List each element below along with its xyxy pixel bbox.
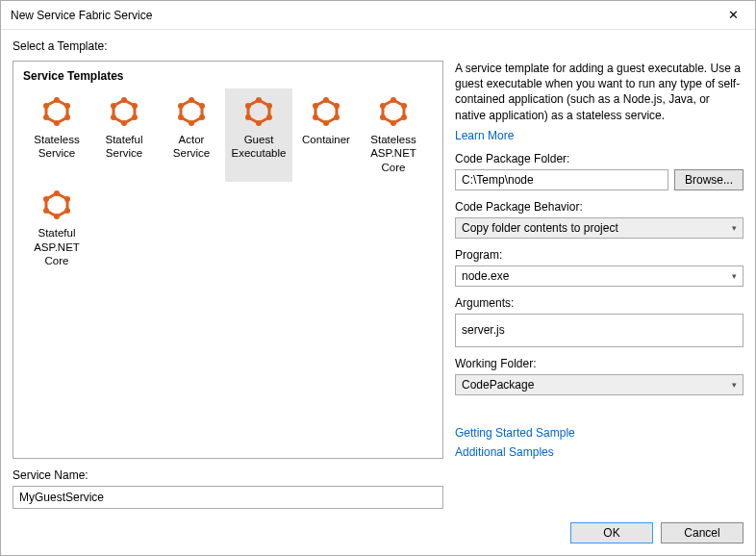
- svg-point-34: [313, 103, 318, 109]
- service-fabric-icon: [92, 94, 156, 129]
- template-label: Stateless Service: [25, 133, 88, 161]
- svg-point-9: [132, 103, 138, 109]
- code-package-folder-row: Browse...: [455, 169, 743, 190]
- service-fabric-icon: [227, 94, 290, 129]
- svg-point-25: [256, 120, 262, 126]
- svg-point-1: [54, 97, 60, 103]
- template-description: A service template for adding a guest ex…: [455, 61, 743, 123]
- learn-more-link[interactable]: Learn More: [455, 129, 743, 142]
- svg-point-6: [43, 103, 49, 109]
- code-package-folder-label: Code Package Folder:: [455, 152, 743, 165]
- footer: OK Cancel: [13, 509, 743, 543]
- program-label: Program:: [455, 248, 743, 262]
- template-grid: Stateless ServiceStateful ServiceActor S…: [23, 88, 433, 275]
- svg-point-10: [132, 114, 138, 120]
- svg-point-37: [401, 103, 407, 109]
- svg-point-48: [43, 196, 49, 202]
- svg-point-40: [380, 114, 386, 120]
- svg-point-24: [266, 114, 272, 120]
- template-label: Stateful ASP.NET Core: [25, 226, 88, 267]
- working-folder-value: CodePackage: [462, 378, 534, 392]
- template-label: Stateful Service: [92, 133, 156, 161]
- program-value: node.exe: [462, 269, 509, 283]
- select-template-label: Select a Template:: [13, 39, 743, 53]
- template-label: Actor Service: [160, 133, 223, 161]
- service-fabric-icon: [25, 188, 88, 222]
- svg-point-31: [334, 114, 340, 120]
- code-package-behavior-label: Code Package Behavior:: [455, 200, 743, 214]
- svg-point-8: [121, 97, 127, 103]
- arguments-label: Arguments:: [455, 296, 743, 310]
- svg-point-22: [256, 97, 262, 103]
- code-package-behavior-value: Copy folder contents to project: [462, 221, 618, 235]
- svg-point-11: [121, 120, 127, 126]
- svg-marker-28: [315, 100, 337, 123]
- svg-point-39: [391, 120, 396, 126]
- dialog-window: New Service Fabric Service ✕ Select a Te…: [0, 0, 756, 556]
- service-fabric-icon: [362, 94, 425, 129]
- cancel-button[interactable]: Cancel: [661, 522, 743, 543]
- service-name-input[interactable]: [13, 486, 443, 509]
- sample-links: Getting Started Sample Additional Sample…: [455, 426, 743, 459]
- svg-marker-35: [383, 100, 404, 123]
- working-folder-label: Working Folder:: [455, 357, 743, 370]
- additional-samples-link[interactable]: Additional Samples: [455, 445, 743, 459]
- template-container[interactable]: Container: [292, 88, 360, 182]
- svg-point-20: [178, 103, 184, 109]
- close-button[interactable]: ✕: [712, 1, 755, 29]
- service-fabric-icon: [25, 94, 88, 129]
- svg-point-13: [111, 103, 116, 109]
- arguments-input[interactable]: [455, 314, 743, 347]
- chevron-down-icon: ▾: [732, 223, 737, 233]
- template-stateless-service[interactable]: Stateless Service: [23, 88, 90, 182]
- left-column: Service Templates Stateless ServiceState…: [13, 61, 443, 459]
- template-guest-executable[interactable]: Guest Executable: [225, 88, 292, 182]
- svg-marker-14: [181, 100, 202, 123]
- svg-marker-7: [113, 100, 135, 123]
- svg-point-36: [391, 97, 396, 103]
- right-column: A service template for adding a guest ex…: [455, 61, 743, 459]
- template-label: Stateless ASP.NET Core: [362, 133, 425, 174]
- chevron-down-icon: ▾: [732, 271, 737, 281]
- main-row: Service Templates Stateless ServiceState…: [13, 61, 743, 459]
- svg-point-30: [334, 103, 340, 109]
- svg-point-45: [64, 208, 70, 214]
- svg-marker-0: [46, 100, 67, 123]
- svg-point-41: [380, 103, 386, 109]
- getting-started-sample-link[interactable]: Getting Started Sample: [455, 426, 743, 440]
- code-package-folder-input[interactable]: [455, 169, 668, 190]
- svg-point-17: [199, 114, 205, 120]
- program-dropdown[interactable]: node.exe ▾: [455, 265, 743, 287]
- titlebar: New Service Fabric Service ✕: [1, 1, 755, 30]
- templates-panel: Service Templates Stateless ServiceState…: [13, 61, 443, 459]
- template-stateful-service[interactable]: Stateful Service: [90, 88, 158, 182]
- service-fabric-icon: [294, 94, 358, 129]
- svg-point-38: [401, 114, 407, 120]
- svg-point-12: [111, 114, 116, 120]
- template-stateless-aspnet-core[interactable]: Stateless ASP.NET Core: [360, 88, 427, 182]
- working-folder-dropdown[interactable]: CodePackage ▾: [455, 374, 743, 395]
- svg-point-27: [245, 103, 251, 109]
- chevron-down-icon: ▾: [732, 380, 737, 390]
- template-stateful-aspnet-core[interactable]: Stateful ASP.NET Core: [23, 182, 90, 275]
- svg-point-16: [199, 103, 205, 109]
- svg-point-47: [43, 208, 49, 214]
- svg-marker-21: [248, 100, 269, 123]
- svg-point-15: [189, 97, 194, 103]
- svg-point-4: [54, 120, 60, 126]
- template-label: Guest Executable: [227, 133, 290, 161]
- svg-point-3: [64, 114, 70, 120]
- templates-header: Service Templates: [23, 69, 433, 88]
- close-icon: ✕: [728, 8, 739, 22]
- svg-point-44: [64, 196, 70, 202]
- dialog-body: Select a Template: Service Templates Sta…: [1, 30, 755, 555]
- service-name-label: Service Name:: [13, 468, 743, 482]
- svg-point-26: [245, 114, 251, 120]
- browse-button[interactable]: Browse...: [674, 169, 743, 190]
- code-package-behavior-dropdown[interactable]: Copy folder contents to project ▾: [455, 217, 743, 239]
- svg-point-43: [54, 190, 60, 196]
- svg-point-18: [189, 120, 194, 126]
- template-actor-service[interactable]: Actor Service: [158, 88, 225, 182]
- ok-button[interactable]: OK: [570, 522, 653, 543]
- svg-point-2: [64, 103, 70, 109]
